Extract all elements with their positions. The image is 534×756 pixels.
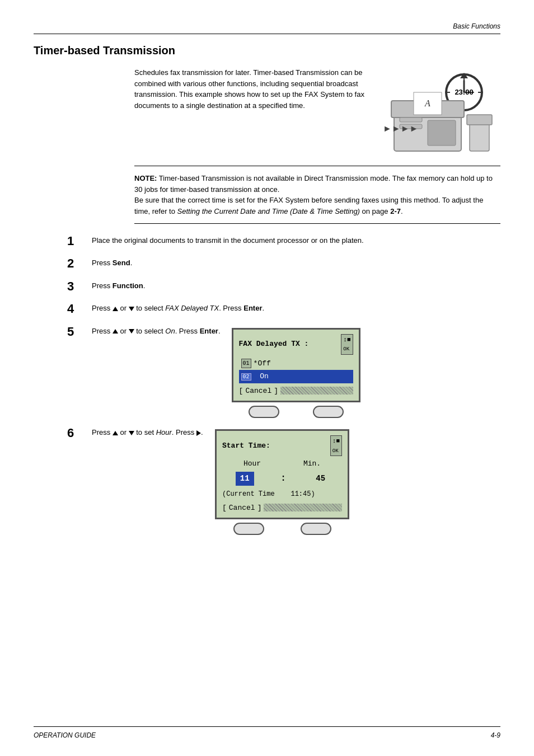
lcd-hour-val: 11: [236, 472, 254, 486]
page-footer: OPERATION GUIDE 4-9: [34, 726, 500, 739]
lcd-buttons-5: [232, 406, 360, 418]
step-5-text: Press or to select On. Press Enter.: [92, 326, 221, 337]
tri-down-icon-6: [129, 431, 134, 435]
step-5-content: Press or to select On. Press Enter. FAX …: [92, 325, 500, 419]
lcd-start-ok-icon: ↕■OK: [330, 435, 342, 456]
lcd-button-left-5[interactable]: [249, 406, 279, 418]
note-text3: on page: [360, 207, 390, 215]
step-1-content: Place the original documents to transmit…: [92, 234, 500, 246]
note-italic: Setting the Current Date and Time (Date …: [177, 207, 360, 215]
page: Basic Functions Timer-based Transmission…: [0, 0, 534, 756]
lcd-title: FAX Delayed TX :: [239, 339, 309, 350]
tri-down-icon-5: [129, 329, 134, 334]
note-text1: Timer-based Transmission is not availabl…: [134, 174, 493, 194]
footer-right: 4-9: [491, 731, 500, 739]
lcd-current-time-val: 11:45: [291, 490, 311, 498]
svg-text:►►►►: ►►►►: [383, 124, 418, 133]
step-5-number: 5: [67, 325, 84, 339]
lcd-button-left-6[interactable]: [233, 523, 264, 535]
lcd-current-time: (Current Time 11:45): [222, 488, 342, 500]
svg-text:A: A: [424, 98, 430, 108]
step-5: 5 Press or to select On. Press Enter. FA…: [67, 325, 500, 419]
lcd-time-row-header: Hour Min.: [222, 458, 342, 469]
note-label: NOTE:: [134, 174, 157, 182]
lcd-hatch-2: [264, 504, 342, 511]
lcd-hour-label: Hour: [243, 458, 261, 469]
steps-container: 1 Place the original documents to transm…: [67, 234, 500, 535]
svg-text:23:00: 23:00: [455, 88, 473, 96]
lcd-start-title: Start Time:: [222, 440, 270, 452]
lcd-buttons-6: [215, 523, 349, 535]
note-text4: .: [401, 207, 403, 215]
tri-up-icon-4: [113, 307, 118, 311]
lcd-row2-icon: 02: [241, 373, 251, 381]
lcd-current-time-label: Current Time: [226, 490, 274, 498]
step-6-text: Press or to set Hour. Press .: [92, 427, 204, 438]
step-6-number: 6: [67, 426, 84, 440]
step-1-number: 1: [67, 234, 84, 248]
step-5-enter: Enter: [200, 327, 218, 335]
step-2-text-before: Press: [92, 259, 113, 267]
lcd-button-right-6[interactable]: [301, 523, 331, 535]
step-4: 4 Press or to select FAX Delayed TX. Pre…: [67, 302, 500, 316]
step-6-with-screen: Press or to set Hour. Press . Start Time…: [92, 427, 500, 535]
note-section: NOTE: Timer-based Transmission is not av…: [134, 173, 500, 224]
lcd-colon: :: [280, 472, 286, 485]
lcd-start-title-row: Start Time: ↕■OK: [222, 435, 342, 456]
step-2-text-after: .: [130, 259, 133, 267]
lcd-button-right-5[interactable]: [313, 406, 344, 418]
step-3: 3 Press Function.: [67, 279, 500, 294]
lcd-row1-text: *Off: [254, 358, 271, 369]
lcd-hatch: [280, 387, 353, 395]
note-page: 2-7: [390, 207, 401, 215]
page-title: Timer-based Transmission: [34, 44, 500, 57]
step-2-number: 2: [67, 256, 84, 271]
lcd-time-values: 11 : 45: [222, 472, 342, 486]
step-1: 1 Place the original documents to transm…: [67, 234, 500, 248]
footer-left: OPERATION GUIDE: [34, 731, 96, 739]
step-2: 2 Press Send.: [67, 256, 500, 271]
lcd-title-row: FAX Delayed TX : ↕■OK: [239, 334, 353, 355]
lcd-cancel-bracket-left: [: [239, 386, 243, 397]
illustration: 23:00 A ►►►►: [377, 67, 500, 157]
lcd-cancel-bracket-right-2: ]: [257, 503, 262, 514]
start-time-screen: Start Time: ↕■OK Hour Min. 11 : 45: [215, 429, 349, 519]
lcd-cancel-bracket-left-2: [: [222, 503, 227, 514]
header-text: Basic Functions: [453, 22, 500, 30]
step-5-with-screen: Press or to select On. Press Enter. FAX …: [92, 326, 500, 419]
lcd-cancel-row-2: [ Cancel ]: [222, 503, 342, 514]
lcd-row1-icon: 01: [241, 359, 251, 368]
tri-down-icon-4: [129, 307, 134, 311]
step-4-content: Press or to select FAX Delayed TX. Press…: [92, 302, 500, 314]
step-6-italic: Hour: [156, 428, 172, 436]
svg-rect-18: [467, 115, 492, 125]
tri-up-icon-5: [113, 329, 118, 334]
lcd-min-val: 45: [312, 472, 329, 486]
intro-text: Schedules fax transmission for later. Ti…: [134, 67, 366, 157]
step-4-number: 4: [67, 302, 84, 316]
intro-area: Schedules fax transmission for later. Ti…: [134, 67, 500, 157]
start-time-screen-container: Start Time: ↕■OK Hour Min. 11 : 45: [215, 427, 349, 535]
step-2-bold: Send: [113, 259, 130, 267]
svg-rect-15: [428, 120, 456, 145]
step-3-content: Press Function.: [92, 279, 500, 292]
step-1-text: Place the original documents to transmit…: [92, 236, 364, 245]
lcd-row-on: 02 On: [239, 370, 353, 383]
lcd-min-label: Min.: [303, 458, 321, 469]
fax-delayed-tx-screen: FAX Delayed TX : ↕■OK 01 *Off 02 On: [232, 328, 360, 403]
step-3-text-before: Press: [92, 281, 113, 290]
fax-delayed-tx-screen-container: FAX Delayed TX : ↕■OK 01 *Off 02 On: [232, 326, 360, 419]
step-6: 6 Press or to set Hour. Press . Start Ti…: [67, 426, 500, 535]
lcd-cancel-text: Cancel: [245, 386, 271, 397]
step-4-enter: Enter: [243, 304, 262, 312]
divider-1: [134, 166, 500, 166]
svg-rect-13: [400, 118, 422, 122]
step-3-bold: Function: [113, 281, 143, 290]
tri-up-icon-6: [113, 431, 118, 435]
page-header: Basic Functions: [34, 22, 500, 34]
step-5-italic: On: [165, 327, 175, 335]
step-3-text-after: .: [143, 281, 146, 290]
lcd-row-off: 01 *Off: [239, 357, 353, 370]
lcd-cancel-row: [ Cancel ]: [239, 386, 353, 397]
lcd-cancel-text-2: Cancel: [229, 503, 255, 514]
